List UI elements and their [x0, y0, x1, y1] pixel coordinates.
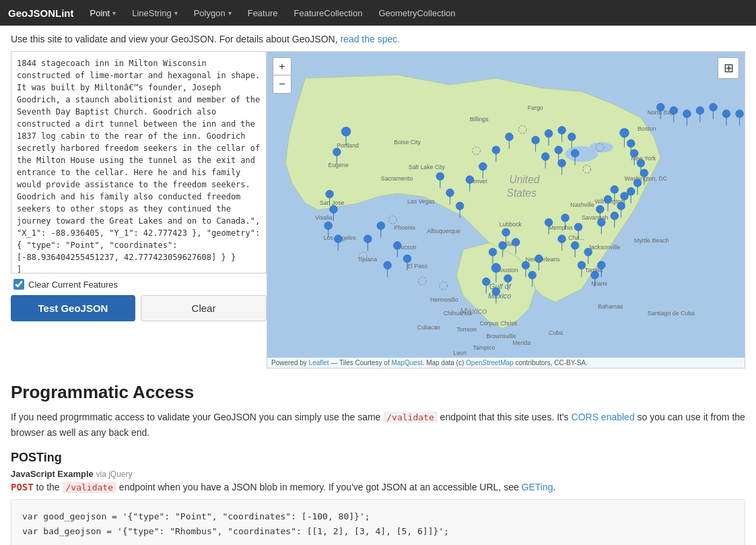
svg-text:Corpus Christi: Corpus Christi [479, 320, 517, 327]
map-container: Gulf of Mexico Mexico United States Port… [267, 51, 745, 368]
attribution-tiles: — Tiles Courtesy of [329, 359, 392, 366]
button-row: Test GeoJSON Clear [11, 295, 267, 321]
svg-text:Cuba: Cuba [549, 329, 563, 336]
svg-text:Boston: Boston [638, 125, 656, 132]
svg-text:Boise City: Boise City [394, 139, 421, 146]
post-to: to the [34, 482, 63, 492]
layers-button[interactable]: ⊞ [718, 57, 739, 79]
nav-item-geometrycollection[interactable]: GeometryCollection [372, 4, 462, 22]
attribution-osm: . Map data (c) [423, 359, 466, 366]
svg-text:Miami: Miami [592, 280, 607, 287]
cors-link[interactable]: CORS enabled [572, 412, 635, 422]
main-content: Use this site to validate and view your … [0, 26, 756, 545]
nav-label-polygon: Polygon [194, 8, 226, 18]
svg-text:Merida: Merida [512, 340, 530, 346]
svg-text:Phoenix: Phoenix [394, 224, 415, 231]
nav-item-polygon[interactable]: Polygon ▾ [187, 4, 238, 22]
svg-text:Bahamas: Bahamas [598, 303, 623, 310]
svg-text:Hermosillo: Hermosillo [430, 296, 458, 303]
nav-item-point[interactable]: Point ▾ [83, 4, 123, 22]
svg-text:El Paso: El Paso [407, 263, 427, 269]
nav-item-feature[interactable]: Feature [241, 4, 285, 22]
svg-text:Santiago de Cuba: Santiago de Cuba [648, 310, 695, 317]
via-jquery-label: via jQuery [96, 470, 132, 479]
programmatic-title: Programmatic Access [11, 382, 745, 403]
zoom-in-button[interactable]: + [273, 58, 291, 75]
left-panel: Clear Current Features Test GeoJSON Clea… [11, 51, 267, 368]
svg-text:Chihuahua: Chihuahua [444, 310, 473, 317]
post-desc: POST to the /validate endpoint when you … [11, 482, 745, 492]
leaflet-link[interactable]: Leaflet [309, 359, 329, 366]
svg-text:Billings: Billings [470, 116, 489, 123]
mapquest-link[interactable]: MapQuest [391, 359, 422, 366]
svg-text:Visalia: Visalia [315, 214, 333, 221]
osm-link[interactable]: OpenStreetMap [466, 359, 514, 366]
post-method: POST [11, 482, 34, 492]
svg-text:Myrtle Beach: Myrtle Beach [634, 237, 668, 244]
clear-current-features-label: Clear Current Features [28, 280, 118, 290]
clear-button[interactable]: Clear [141, 295, 267, 321]
nav-label-geometrycollection: GeometryCollection [378, 8, 455, 18]
nav-arrow-point: ▾ [112, 9, 116, 17]
top-section: Clear Current Features Test GeoJSON Clea… [11, 51, 745, 368]
post-end: . [553, 482, 556, 492]
svg-text:Culiacan: Culiacan [417, 324, 440, 331]
post-validate-code: /validate [63, 482, 116, 493]
nav-item-linestring[interactable]: LineString ▾ [125, 4, 184, 22]
validate-code-inline: /validate [383, 412, 437, 423]
intro-pre: Use this site to validate and view your … [11, 34, 340, 44]
getting-link[interactable]: GETing [522, 482, 553, 492]
svg-text:Torreon: Torreon [456, 326, 477, 333]
map-svg: Gulf of Mexico Mexico United States Port… [267, 52, 745, 368]
svg-text:Brownsville: Brownsville [486, 333, 516, 340]
programmatic-section: Programmatic Access If you need progrmma… [11, 382, 745, 545]
svg-text:Tampico: Tampico [473, 344, 495, 351]
attribution-powered: Powered by [271, 359, 309, 366]
nav-item-featurecollection[interactable]: FeatureCollection [287, 4, 370, 22]
svg-text:Jacksonville: Jacksonville [588, 244, 620, 251]
svg-text:Eugene: Eugene [329, 162, 349, 168]
svg-text:Albuquerque: Albuquerque [427, 228, 460, 234]
js-example-label: JavaScript Example via jQuery [11, 469, 745, 479]
svg-text:Memphis: Memphis [549, 224, 573, 231]
svg-text:Lubbock: Lubbock [500, 221, 522, 228]
nav-arrow-polygon: ▾ [228, 9, 232, 17]
svg-text:Gulf of: Gulf of [489, 282, 512, 290]
nav-label-feature: Feature [248, 8, 278, 18]
svg-text:Cha...: Cha... [568, 234, 584, 241]
checkbox-row: Clear Current Features [11, 274, 267, 295]
js-label-text: JavaScript Example [11, 469, 94, 479]
desc-mid: endpoint that this site uses. It's [438, 412, 572, 422]
zoom-controls: + − [273, 57, 291, 94]
read-spec-link[interactable]: read the spec. [340, 34, 400, 44]
svg-text:Fargo: Fargo [528, 104, 543, 111]
nav-label-point: Point [90, 8, 110, 18]
svg-text:United: United [509, 174, 540, 185]
zoom-out-button[interactable]: − [273, 75, 291, 93]
desc-pre: If you need progrmmatic access to valida… [11, 412, 383, 422]
nav-label-featurecollection: FeatureCollection [294, 8, 363, 18]
nav-label-linestring: LineString [132, 8, 172, 18]
header: GeoJSONLint Point ▾ LineString ▾ Polygon… [0, 0, 756, 26]
post-mid: endpoint when you have a JSON blob in me… [116, 482, 522, 492]
geojson-textarea[interactable] [11, 51, 267, 274]
map-attribution: Powered by Leaflet — Tiles Courtesy of M… [267, 358, 745, 368]
test-geojson-button[interactable]: Test GeoJSON [11, 295, 135, 321]
code-block: var good_geojson = '{"type": "Point", "c… [11, 499, 745, 545]
nav-arrow-linestring: ▾ [174, 9, 178, 17]
svg-text:Portland: Portland [337, 142, 359, 149]
svg-text:Nashville: Nashville [570, 201, 594, 208]
posting-title: POSTing [11, 451, 745, 465]
svg-text:Sacramento: Sacramento [381, 175, 413, 182]
programmatic-desc: If you need progrmmatic access to valida… [11, 410, 745, 440]
svg-text:States: States [506, 187, 536, 199]
clear-current-features-checkbox[interactable] [13, 279, 24, 290]
svg-text:Las Vegas: Las Vegas [407, 198, 436, 205]
svg-text:Leon: Leon [453, 350, 467, 356]
intro-text: Use this site to validate and view your … [11, 34, 745, 44]
attribution-cc: contributors, CC-BY-SA. [514, 359, 588, 366]
svg-text:San Jose: San Jose [320, 199, 345, 206]
logo: GeoJSONLint [8, 7, 74, 19]
svg-text:Salt Lake City: Salt Lake City [409, 164, 446, 170]
